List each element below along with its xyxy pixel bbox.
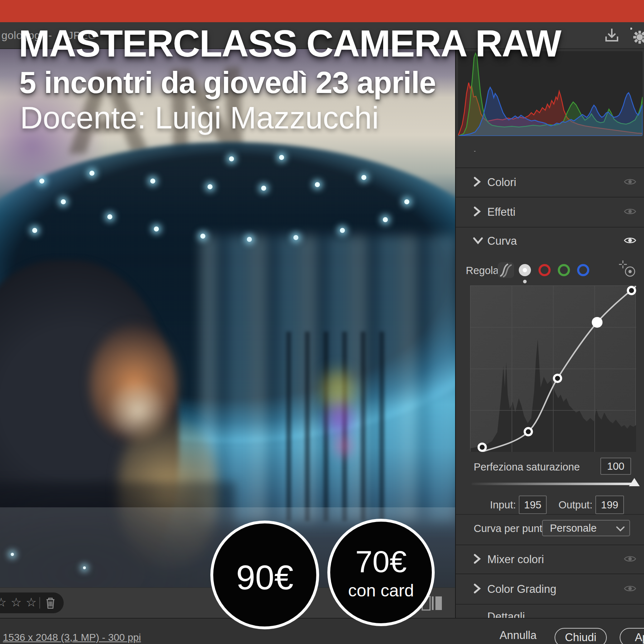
photo-ceiling-light — [383, 217, 388, 222]
eye-icon[interactable] — [624, 236, 636, 246]
top-red-banner — [0, 0, 644, 22]
photo-ceiling-light — [89, 171, 94, 176]
photo-ceiling-light — [32, 228, 37, 233]
file-format: JPEG — [68, 29, 97, 41]
toolbar-divider — [39, 597, 40, 609]
status-bar: 1536 x 2048 (3,1 MP) - 300 ppi Annulla C… — [0, 618, 644, 644]
before-after-icon[interactable] — [421, 596, 443, 612]
section-label: Dettagli — [487, 610, 525, 618]
download-icon[interactable] — [604, 27, 620, 45]
section-row-curva[interactable]: Curva — [456, 227, 644, 255]
targeted-adjustment-icon[interactable] — [618, 260, 637, 280]
photo-ceiling-light — [361, 175, 366, 180]
section-label: Color Grading — [487, 583, 556, 596]
adjust-label: Regola — [466, 265, 499, 277]
open-button[interactable]: Apri — [620, 628, 644, 644]
output-value[interactable]: 199 — [595, 496, 624, 514]
trash-icon[interactable] — [45, 597, 56, 610]
curve-point[interactable] — [479, 444, 486, 451]
photo-gray-band — [0, 507, 455, 587]
chevron-right-icon — [473, 584, 481, 595]
photo-ceiling-light — [315, 182, 320, 187]
input-value[interactable]: 195 — [519, 496, 547, 514]
photo-ceiling-light — [261, 186, 266, 191]
photo-ceiling-light — [154, 226, 159, 231]
point-curve-value: Personale — [550, 522, 597, 534]
curve-point[interactable] — [628, 287, 635, 294]
histogram[interactable] — [458, 51, 643, 136]
eye-icon[interactable] — [624, 177, 636, 187]
photo-ceiling-light — [279, 155, 284, 160]
section-row-effetti[interactable]: Effetti — [456, 197, 644, 227]
curve-point[interactable] — [554, 375, 561, 382]
document-title: golo.jpg-JPEG — [1, 29, 104, 42]
section-label: Effetti — [487, 206, 516, 219]
preview-toolbar: ☆ ☆ ☆ — [0, 587, 455, 618]
selected-channel-dot — [523, 280, 527, 283]
chevron-right-icon — [473, 177, 481, 188]
section-label: Colori — [487, 176, 516, 189]
photo-ceiling-light — [229, 156, 234, 161]
curve-channel-row: Regola — [456, 255, 644, 286]
input-label: Input: — [488, 499, 516, 511]
image-size-info[interactable]: 1536 x 2048 (3,1 MP) - 300 ppi — [3, 632, 141, 643]
title-separator: - — [48, 29, 52, 41]
slider-handle[interactable] — [629, 478, 640, 486]
chevron-right-icon — [473, 206, 481, 218]
photo-bokeh-violet — [327, 403, 352, 435]
section-row-color-grading[interactable]: Color Grading — [456, 574, 644, 604]
filename: golo.jpg — [1, 29, 40, 41]
section-row-dettagli-partial[interactable]: Dettagli — [456, 604, 644, 618]
star-icon[interactable]: ☆ — [26, 595, 36, 609]
green-channel-icon[interactable] — [558, 264, 570, 276]
curve-point-selected[interactable] — [592, 317, 602, 328]
refine-saturation-value[interactable]: 100 — [600, 458, 631, 475]
refine-saturation-label: Perfeziona saturazione — [474, 461, 580, 473]
cancel-button[interactable]: Annulla — [497, 629, 540, 642]
red-channel-icon[interactable] — [538, 264, 551, 276]
tone-curve-editor[interactable] — [470, 286, 636, 452]
eye-icon[interactable] — [624, 207, 636, 217]
divider — [456, 514, 644, 515]
chevron-down-icon — [473, 236, 483, 246]
photo-ceiling-light — [107, 214, 112, 219]
section-label: Curva — [487, 235, 517, 248]
output-label: Output: — [553, 499, 592, 511]
eye-icon[interactable] — [624, 555, 636, 565]
curve-point[interactable] — [525, 428, 532, 435]
section-row-luce-partial[interactable]: Luce — [456, 151, 644, 159]
chevron-right-icon — [473, 151, 481, 153]
point-curve-label: Curva per punti — [474, 523, 545, 535]
eye-icon[interactable] — [624, 584, 636, 594]
luminance-channel-icon[interactable] — [519, 264, 531, 276]
photo-ceiling-light — [150, 179, 155, 184]
star-icon[interactable]: ☆ — [11, 595, 21, 609]
section-row-mixer-colori[interactable]: Mixer colori — [456, 545, 644, 574]
image-preview-canvas[interactable]: AN — [0, 49, 455, 587]
star-icon[interactable]: ☆ — [0, 595, 6, 609]
window-title-bar: golo.jpg-JPEG — [0, 22, 644, 49]
dropdown-chevron-icon — [616, 526, 625, 532]
photo-ceiling-light — [39, 179, 44, 184]
photo-ceiling-light — [404, 199, 409, 204]
photo-ceiling-light — [340, 228, 345, 233]
photo-ceiling-light — [208, 184, 213, 189]
photo-ceiling-light — [61, 199, 66, 204]
blue-channel-icon[interactable] — [577, 264, 589, 276]
section-label: Luce — [487, 151, 511, 154]
section-row-colori[interactable]: Colori — [456, 167, 644, 197]
parametric-curve-icon[interactable] — [497, 262, 514, 280]
point-curve-dropdown[interactable]: Personale — [542, 520, 630, 536]
section-label: Mixer colori — [487, 553, 544, 566]
photo-bokeh-pink — [335, 435, 352, 457]
adjustments-panel: Luce Colori Effetti Curva Regola — [455, 49, 644, 618]
gear-icon[interactable] — [630, 27, 644, 47]
rating-toolbar: ☆ ☆ ☆ — [0, 592, 64, 613]
camera-raw-window: golo.jpg-JPEG AN ☆ ☆ ☆ — [0, 0, 644, 644]
close-button[interactable]: Chiudi — [555, 628, 607, 644]
refine-saturation-slider[interactable] — [472, 483, 637, 485]
chevron-right-icon — [473, 554, 481, 565]
